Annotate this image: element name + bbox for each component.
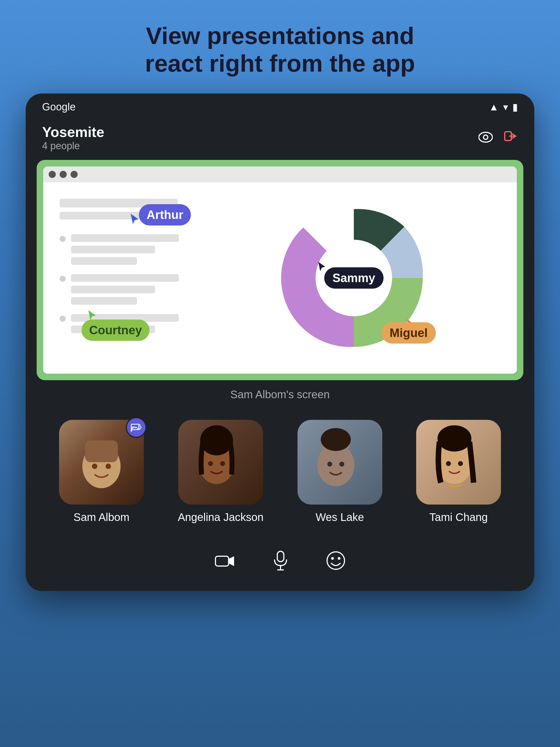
svg-rect-31 (277, 551, 284, 562)
avatar-wrap-wes (298, 420, 382, 505)
battery-icon: ▮ (512, 101, 518, 113)
screen-share-label: Sam Albom's screen (26, 380, 534, 409)
device-frame: Google ▲ ▾ ▮ Yosemite 4 people (26, 94, 534, 591)
courtney-label: Courtney (81, 319, 150, 341)
svg-marker-4 (131, 214, 138, 224)
meeting-name: Yosemite (42, 124, 104, 140)
presentation-content: Arthur Courtney (43, 182, 517, 374)
chart-area: Sammy Miguel (207, 199, 501, 357)
svg-point-0 (479, 132, 492, 142)
svg-point-12 (105, 464, 111, 469)
avatar-tami (416, 420, 501, 505)
svg-point-1 (483, 135, 488, 139)
svg-point-34 (327, 552, 345, 569)
bottom-toolbar (26, 540, 534, 591)
svg-point-14 (131, 430, 132, 432)
svg-point-36 (338, 557, 340, 560)
svg-point-24 (321, 428, 351, 451)
svg-point-27 (446, 461, 451, 466)
miguel-label: Miguel (381, 322, 436, 343)
participant-sam: Sam Albom (59, 420, 144, 523)
avatar-angelina (178, 420, 263, 505)
svg-rect-30 (215, 556, 229, 566)
window-dot-3 (71, 171, 78, 178)
participant-angelina: Angelina Jackson (178, 420, 263, 523)
svg-point-22 (327, 462, 332, 467)
status-icons: ▲ ▾ ▮ (489, 101, 518, 113)
participant-name-sam: Sam Albom (74, 511, 130, 523)
carrier-label: Google (42, 101, 76, 113)
view-icon[interactable] (479, 130, 493, 146)
cast-icon (131, 422, 142, 433)
svg-point-17 (208, 461, 213, 466)
participants-row: Sam Albom (26, 409, 534, 540)
page-title: View presentations and react right from … (145, 22, 415, 77)
participant-wes: Wes Lake (298, 420, 382, 523)
wifi-icon: ▾ (503, 101, 508, 113)
svg-point-11 (92, 464, 97, 469)
donut-chart: Sammy Miguel (277, 202, 430, 355)
presentation-window: Arthur Courtney (43, 166, 517, 374)
signal-icon: ▲ (489, 101, 499, 113)
svg-point-29 (437, 425, 472, 452)
arthur-label: Arthur (139, 204, 191, 226)
svg-point-19 (200, 425, 233, 455)
svg-point-23 (339, 462, 344, 467)
status-bar: Google ▲ ▾ ▮ (26, 94, 534, 118)
mic-button[interactable] (273, 551, 288, 574)
window-dot-1 (49, 171, 56, 178)
svg-point-35 (331, 557, 334, 560)
avatar-wrap-angelina (178, 420, 263, 505)
participant-count: 4 people (42, 140, 104, 152)
cast-badge-sam (126, 417, 147, 438)
svg-marker-5 (88, 310, 96, 320)
participant-name-tami: Tami Chang (429, 511, 487, 523)
meeting-info: Yosemite 4 people (42, 124, 104, 152)
camera-button[interactable] (215, 551, 235, 574)
participant-name-wes: Wes Lake (315, 511, 364, 523)
sammy-label: Sammy (324, 267, 384, 289)
exit-icon[interactable] (504, 130, 518, 146)
svg-point-28 (458, 461, 463, 466)
window-dot-2 (59, 171, 67, 178)
window-chrome (43, 166, 517, 182)
svg-point-18 (220, 461, 225, 466)
avatar-wrap-sam (59, 420, 144, 505)
avatar-wes (298, 420, 382, 505)
svg-rect-10 (85, 440, 118, 462)
avatar-wrap-tami (416, 420, 501, 505)
presentation-container: Arthur Courtney (36, 160, 524, 380)
doc-content: Arthur Courtney (59, 199, 191, 357)
meeting-header: Yosemite 4 people (26, 118, 534, 160)
header-icons (479, 130, 518, 146)
participant-name-angelina: Angelina Jackson (178, 511, 263, 523)
emoji-button[interactable] (327, 551, 345, 574)
participant-tami: Tami Chang (416, 420, 501, 523)
